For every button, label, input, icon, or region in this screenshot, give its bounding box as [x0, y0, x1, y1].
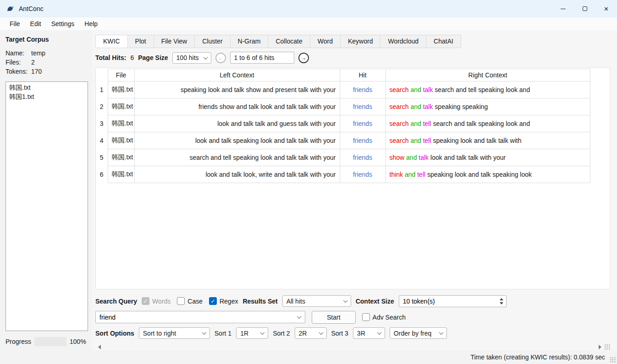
context-segment: search and talk speaking look and — [433, 120, 530, 127]
kwic-row[interactable]: 2韩国.txtfriends show and talk look and ta… — [96, 98, 590, 115]
checkbox-label-words: Words — [152, 298, 171, 305]
checkbox-case[interactable]: Case — [177, 297, 203, 305]
left-context-cell: look and talk talk and guess talk with y… — [134, 115, 340, 132]
tab-n-gram[interactable]: N-Gram — [230, 35, 269, 48]
checkbox-box-regex: ✓ — [209, 297, 217, 305]
corpus-file-item[interactable]: 韩国1.txt — [8, 92, 85, 102]
right-context-cell: search and talk speaking speaking — [386, 98, 590, 115]
kwic-row[interactable]: 5韩国.txtsearch and tell speaking look and… — [96, 149, 590, 166]
sort-direction-select[interactable]: Sort to right — [139, 327, 210, 339]
content-area: KWICPlotFile ViewClusterN-GramCollocateW… — [92, 30, 617, 350]
checkbox-regex[interactable]: ✓Regex — [209, 297, 238, 305]
search-query-input[interactable] — [96, 314, 297, 321]
hit-cell[interactable]: friends — [340, 81, 386, 98]
chevron-down-icon — [439, 330, 443, 335]
menu-item-help[interactable]: Help — [79, 19, 103, 29]
file-cell: 韩国.txt — [108, 81, 134, 98]
results-set-value: All hits — [286, 298, 305, 305]
prev-page-button[interactable]: ← — [215, 53, 226, 63]
hit-column-header[interactable]: Hit — [340, 69, 386, 81]
start-button[interactable]: Start — [312, 311, 356, 324]
tab-plot[interactable]: Plot — [127, 35, 154, 48]
next-page-button[interactable]: → — [298, 53, 309, 63]
corpus-file-list[interactable]: 韩国.txt韩国1.txt — [6, 81, 88, 331]
chevron-down-icon — [203, 55, 208, 60]
minimize-button[interactable] — [552, 0, 574, 17]
file-cell: 韩国.txt — [108, 98, 134, 115]
context-segment: search — [390, 103, 409, 110]
sort-options-row: Sort Options Sort to right Sort 11RSort … — [95, 325, 610, 341]
sort-2-select[interactable]: 2R — [295, 327, 327, 339]
hit-cell[interactable]: friends — [340, 149, 386, 166]
tab-file-view[interactable]: File View — [154, 35, 195, 48]
scroll-right-icon[interactable] — [596, 345, 604, 349]
horizontal-scrollbar[interactable] — [95, 343, 610, 350]
kwic-row[interactable]: 1韩国.txtspeaking look and talk show and p… — [96, 81, 590, 98]
hit-cell[interactable]: friends — [340, 166, 386, 183]
context-segment: look and talk talk with your — [430, 154, 506, 161]
spin-down-icon[interactable] — [500, 302, 503, 304]
left-context-cell: friends show and talk look and talk talk… — [134, 98, 340, 115]
context-segment: talk — [419, 154, 429, 161]
hit-cell[interactable]: friends — [340, 115, 386, 132]
left-context-column-header[interactable]: Left Context — [134, 69, 340, 81]
adv-search-label: Adv Search — [373, 314, 406, 321]
adv-search-checkbox[interactable]: Adv Search — [362, 313, 406, 321]
maximize-button[interactable] — [574, 0, 595, 17]
hits-bar: Total Hits: 6 Page Size 100 hits ← → — [95, 48, 610, 67]
tab-word[interactable]: Word — [310, 35, 341, 48]
tab-keyword[interactable]: Keyword — [340, 35, 380, 48]
sort-3-select[interactable]: 3R — [353, 327, 385, 339]
page-size-select[interactable]: 100 hits — [172, 52, 211, 64]
field-label: Files: — [6, 59, 31, 66]
context-segment: and — [405, 171, 415, 178]
results-set-select[interactable]: All hits — [282, 295, 351, 307]
hit-cell[interactable]: friends — [340, 132, 386, 149]
row-number: 2 — [96, 98, 108, 115]
right-context-column-header[interactable]: Right Context — [386, 69, 590, 81]
kwic-table-body: 1韩国.txtspeaking look and talk show and p… — [96, 81, 590, 183]
spin-up-icon[interactable] — [500, 298, 503, 300]
field-label: Tokens: — [6, 68, 31, 75]
context-size-input[interactable] — [399, 298, 499, 305]
sort-1-select[interactable]: 1R — [236, 327, 268, 339]
tab-cluster[interactable]: Cluster — [194, 35, 230, 48]
page-range-input[interactable] — [230, 52, 294, 64]
window-title: AntConc — [19, 5, 44, 12]
context-segment: show — [390, 154, 405, 161]
window-resize-grip[interactable] — [610, 357, 616, 363]
pane-resize-grip[interactable] — [604, 344, 610, 350]
kwic-row[interactable]: 3韩国.txtlook and talk talk and guess talk… — [96, 115, 590, 132]
corpus-field-tokens: Tokens:170 — [6, 68, 88, 75]
progress-bar — [34, 337, 66, 346]
kwic-row[interactable]: 4韩国.txtlook and talk speaking look and t… — [96, 132, 590, 149]
tab-chatai[interactable]: ChatAI — [426, 35, 461, 48]
file-column-header[interactable]: File — [108, 69, 134, 81]
close-button[interactable]: × — [595, 0, 617, 17]
menu-item-file[interactable]: File — [5, 19, 25, 29]
chevron-down-icon — [260, 330, 265, 335]
scroll-left-icon[interactable] — [95, 345, 104, 349]
context-segment: speaking speaking — [435, 103, 488, 110]
corpus-file-item[interactable]: 韩国.txt — [8, 83, 85, 92]
right-context-cell: search and tell speaking look and talk t… — [386, 132, 590, 149]
hit-cell[interactable]: friends — [340, 98, 386, 115]
results-set-label: Results Set — [242, 298, 277, 305]
menu-item-settings[interactable]: Settings — [46, 19, 80, 29]
checkbox-words: ✓Words — [142, 297, 171, 305]
tab-kwic[interactable]: KWIC — [95, 35, 128, 48]
tab-collocate[interactable]: Collocate — [268, 35, 310, 48]
corpus-field-name: Name:temp — [6, 49, 88, 57]
context-size-spinner[interactable] — [399, 295, 507, 307]
tab-wordcloud[interactable]: Wordcloud — [380, 35, 426, 48]
order-by-select[interactable]: Order by freq — [390, 327, 447, 339]
kwic-header-row: File Left Context Hit Right Context — [96, 69, 590, 81]
kwic-row[interactable]: 6韩国.txtlook and talk look, write and tal… — [96, 166, 590, 183]
scrollbar-track[interactable] — [104, 343, 596, 350]
chevron-down-icon — [319, 330, 323, 335]
context-segment: speaking look and talk speaking look — [427, 171, 532, 178]
search-query-combo[interactable] — [95, 311, 305, 323]
sort-1-label: Sort 1 — [215, 330, 231, 337]
menu-item-edit[interactable]: Edit — [25, 19, 46, 29]
antconc-window: AntConc × FileEditSettingsHelp Target Co… — [0, 0, 617, 364]
